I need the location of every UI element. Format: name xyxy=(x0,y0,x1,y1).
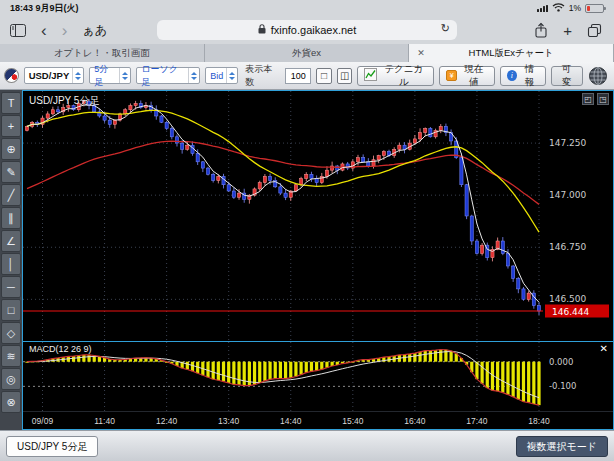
macd-close-icon[interactable]: ✕ xyxy=(600,343,608,354)
current-price-tag-label: 146.444 xyxy=(552,307,589,317)
spinner-icon xyxy=(226,68,237,83)
bottom-bar: USD/JPY 5分足 複数選択モード xyxy=(0,430,614,461)
tab-label: 外貨ex xyxy=(292,47,321,60)
back-button[interactable]: ‹ xyxy=(41,22,47,39)
close-tab-icon[interactable]: ✕ xyxy=(417,48,425,58)
price-axis-label: 146.500 xyxy=(549,294,586,304)
info-button[interactable]: i 情報 xyxy=(500,66,546,86)
spinner-icon xyxy=(72,68,83,83)
spinner-icon xyxy=(119,68,130,83)
variable-button-label: 可変 xyxy=(558,63,576,89)
time-axis-label: 13:40 xyxy=(213,416,245,426)
magnet-tool[interactable]: ◎ xyxy=(1,368,21,390)
macd-histogram xyxy=(25,350,540,406)
tab-ex-chart[interactable]: ✕ HTML版Exチャート xyxy=(409,44,614,62)
macd-label: MACD(12 26 9) xyxy=(29,344,92,354)
time-axis-label: 18:40 xyxy=(523,416,555,426)
bars-count-input[interactable] xyxy=(285,68,311,84)
popout-icon[interactable]: ◳ xyxy=(597,93,609,105)
chart-type-select-value: ローソク足 xyxy=(141,63,185,89)
expand-icon[interactable]: ◰ xyxy=(582,93,594,105)
trendline-tool[interactable]: ╱ xyxy=(1,184,21,206)
price-side-select[interactable]: Bid xyxy=(205,67,238,84)
time-axis-label: 16:40 xyxy=(399,416,431,426)
status-bar: 18:43 9月9日(火) 1% xyxy=(0,0,614,16)
tab-gaikaex[interactable]: 外貨ex xyxy=(205,44,410,62)
info-icon: i xyxy=(507,70,518,81)
macd-panel[interactable]: 0.000-0.100 MACD(12 26 9) ✕ xyxy=(23,341,613,411)
split-pane-button[interactable]: ◫ xyxy=(337,68,353,84)
chart-region: 147.250147.000146.750146.500146.444 USD/… xyxy=(22,90,614,430)
time-axis-label: 11:40 xyxy=(89,416,121,426)
battery-icon xyxy=(585,4,604,13)
horizontal-line-tool[interactable]: ─ xyxy=(1,276,21,298)
wifi-icon xyxy=(552,2,565,14)
ellipse-tool[interactable]: ◇ xyxy=(1,322,21,344)
address-bar[interactable]: fxinfo.gaikaex.net ↻ xyxy=(157,20,457,40)
info-button-label: 情報 xyxy=(520,63,538,89)
current-price-icon: ¥ xyxy=(446,70,457,81)
vertical-line-tool[interactable]: │ xyxy=(1,253,21,275)
pair-flag-icon xyxy=(4,68,19,83)
battery-percent: 1% xyxy=(569,3,581,13)
tab-optore[interactable]: オプトレ！・取引画面 xyxy=(0,44,205,62)
pair-select[interactable]: USD/JPY xyxy=(24,67,85,84)
single-pane-button[interactable]: □ xyxy=(316,68,332,84)
technical-button-label: テクニカル xyxy=(380,63,427,89)
new-tab-icon[interactable]: + xyxy=(563,23,572,38)
cellular-icon xyxy=(537,4,548,12)
bars-count-label: 表示本数 xyxy=(245,63,280,89)
reader-button[interactable]: ぁあ xyxy=(82,22,107,39)
chart-type-select[interactable]: ローソク足 xyxy=(136,67,200,84)
multi-select-mode-button[interactable]: 複数選択モード xyxy=(516,436,608,457)
pair-select-value: USD/JPY xyxy=(29,70,70,81)
tab-bar: オプトレ！・取引画面 外貨ex ✕ HTML版Exチャート xyxy=(0,44,614,62)
spinner-icon xyxy=(188,68,199,83)
text-tool[interactable]: T xyxy=(1,92,21,114)
price-axis-label: 147.250 xyxy=(549,138,586,148)
tabs-icon[interactable] xyxy=(587,23,602,37)
price-axis-label: 146.750 xyxy=(549,242,586,252)
crosshair-tool[interactable]: ⊕ xyxy=(1,138,21,160)
cursor-cross-tool[interactable]: + xyxy=(1,115,21,137)
time-axis-label: 14:40 xyxy=(275,416,307,426)
fibonacci-tool[interactable]: ≋ xyxy=(1,345,21,367)
chart-title: USD/JPY 5分足 xyxy=(29,94,99,108)
sidebar-icon[interactable] xyxy=(10,24,26,37)
time-axis: 09/0911:4012:4013:4014:4015:4016:4017:40… xyxy=(23,411,613,429)
macd-axis-label: -0.100 xyxy=(549,381,576,391)
moving-average-line xyxy=(27,350,539,406)
time-axis-label: 15:40 xyxy=(337,416,369,426)
timeframe-select[interactable]: 5分足 xyxy=(89,67,131,84)
browser-toolbar: ‹ › ぁあ fxinfo.gaikaex.net ↻ + xyxy=(0,16,614,44)
time-axis-label: 12:40 xyxy=(151,416,183,426)
technical-button[interactable]: テクニカル xyxy=(357,66,434,86)
delete-tool[interactable]: ⊗ xyxy=(1,391,21,413)
pair-timeframe-button[interactable]: USD/JPY 5分足 xyxy=(6,436,98,457)
price-axis-label: 147.000 xyxy=(549,190,586,200)
price-chart[interactable]: 147.250147.000146.750146.500146.444 USD/… xyxy=(23,91,613,341)
drawing-tool-rail: T+⊕✎╱∥∠│─□◇≋◎⊗ xyxy=(0,90,22,430)
timeframe-select-value: 5分足 xyxy=(94,63,116,89)
share-icon[interactable] xyxy=(534,22,548,39)
tab-label: HTML版Exチャート xyxy=(469,47,554,60)
time-axis-label: 17:40 xyxy=(461,416,493,426)
macd-grid xyxy=(23,342,543,411)
angle-tool[interactable]: ∠ xyxy=(1,230,21,252)
current-price-button[interactable]: ¥ 現在値 xyxy=(439,66,494,86)
current-price-button-label: 現在値 xyxy=(460,63,488,89)
macd-axis-label: 0.000 xyxy=(549,357,573,367)
lock-icon xyxy=(258,24,266,36)
reload-button[interactable]: ↻ xyxy=(441,22,450,35)
moving-average-line xyxy=(27,105,539,302)
url-text: fxinfo.gaikaex.net xyxy=(271,24,357,36)
time-axis-label: 09/09 xyxy=(27,416,59,426)
forward-button[interactable]: › xyxy=(62,22,68,39)
variable-button[interactable]: 可変 xyxy=(551,66,583,86)
status-time: 18:43 9月9日(火) xyxy=(10,2,79,15)
rectangle-tool[interactable]: □ xyxy=(1,299,21,321)
pencil-tool[interactable]: ✎ xyxy=(1,161,21,183)
chart-line-icon xyxy=(364,68,377,83)
globe-icon[interactable] xyxy=(588,66,608,86)
parallel-lines-tool[interactable]: ∥ xyxy=(1,207,21,229)
